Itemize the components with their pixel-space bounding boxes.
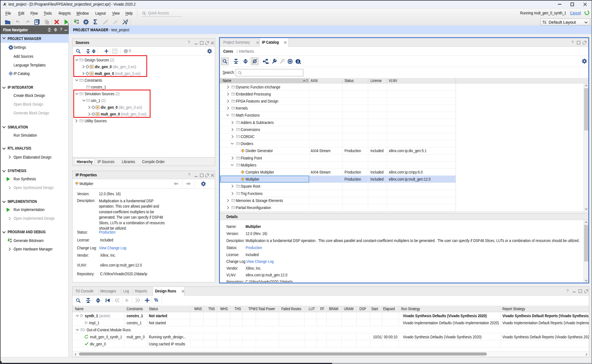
svg-text:10: 10 [10,241,12,243]
svg-text:?: ? [114,50,116,53]
svg-text:01: 01 [76,19,79,22]
svg-text:01: 01 [10,238,12,240]
svg-text:10: 10 [76,22,79,24]
